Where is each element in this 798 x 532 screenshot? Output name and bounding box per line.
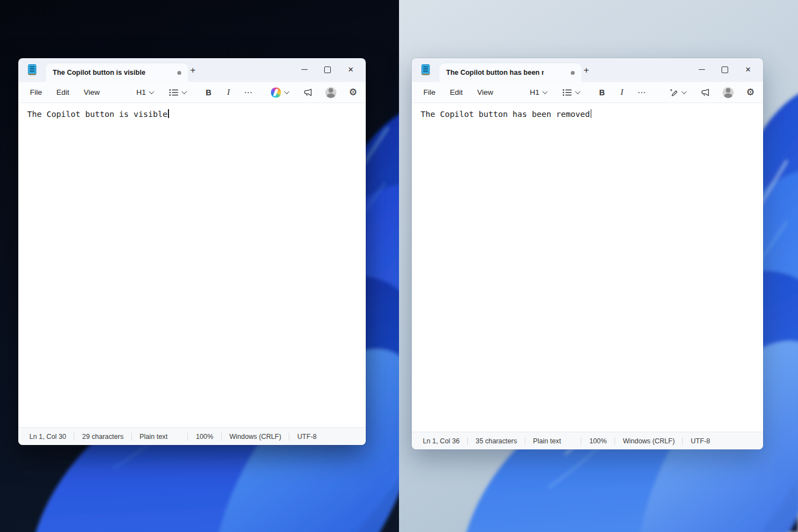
minimize-button[interactable] [293,62,316,77]
maximize-icon [324,66,331,73]
text-editor-area[interactable]: The Copilot button has been removed [412,103,763,432]
list-dropdown[interactable] [165,85,190,100]
gear-icon: ⚙ [746,88,754,97]
status-encoding[interactable]: UTF-8 [289,433,324,441]
chevron-down-icon [543,89,548,94]
close-button[interactable]: ✕ [339,62,362,77]
maximize-button[interactable] [713,62,736,77]
bold-icon: B [206,88,211,97]
document-text: The Copilot button has been removed [421,110,590,119]
notepad-app-icon [27,64,38,76]
status-encoding[interactable]: UTF-8 [683,437,718,445]
more-ellipsis-icon: ⋯ [637,88,646,98]
status-zoom-level[interactable]: 100% [188,433,221,441]
chevron-down-icon [182,89,187,94]
italic-button[interactable]: I [613,85,630,100]
account-avatar [723,87,734,98]
status-document-type: Plain text [525,437,569,445]
bullet-list-icon [169,89,178,96]
heading-style-label: H1 [136,88,146,96]
chevron-down-icon [149,89,155,94]
heading-style-dropdown[interactable]: H1 [132,85,157,100]
tab-title: The Copilot button is visible [53,69,145,76]
status-character-count: 35 characters [468,437,525,445]
desktop: The Copilot button is visible + ✕ File E… [0,0,798,532]
account-avatar [325,87,336,98]
menu-view[interactable]: View [76,85,107,100]
bullet-list-icon [562,89,572,96]
toolbar-right-cluster: ⚙ [267,85,361,100]
rewrite-pen-sparkle-icon [669,88,678,97]
copilot-dropdown-button[interactable] [267,85,293,100]
window-controls: ✕ [690,62,760,77]
notepad-window-left: The Copilot button is visible + ✕ File E… [18,58,366,445]
minimize-icon [699,69,705,70]
settings-button[interactable]: ⚙ [345,85,361,100]
italic-button[interactable]: I [220,85,237,100]
menu-toolbar: File Edit View H1 B I ⋯ [18,82,366,103]
close-icon: ✕ [348,66,354,73]
chevron-down-icon [284,89,290,94]
new-tab-button[interactable]: + [185,63,201,78]
menu-file[interactable]: File [23,85,49,100]
list-dropdown[interactable] [559,85,584,100]
close-button[interactable]: ✕ [736,62,760,77]
megaphone-icon [303,88,313,97]
window-controls: ✕ [293,62,362,77]
text-caret [168,109,169,118]
status-bar: Ln 1, Col 36 35 characters Plain text 10… [412,432,763,449]
text-caret [591,109,592,118]
notepad-window-right: The Copilot button has been remov + ✕ Fi… [412,58,763,449]
titlebar[interactable]: The Copilot button has been remov + ✕ [412,58,763,82]
notepad-app-icon [420,64,431,76]
copilot-icon [271,88,281,98]
document-text: The Copilot button is visible [27,110,167,119]
titlebar[interactable]: The Copilot button is visible + ✕ [18,58,366,82]
settings-button[interactable]: ⚙ [742,85,759,100]
minimize-icon [301,69,308,70]
more-ellipsis-icon: ⋯ [244,88,253,98]
account-button[interactable] [719,85,738,100]
rewrite-dropdown-button[interactable] [665,85,690,100]
menu-toolbar: File Edit View H1 B I ⋯ [412,82,763,103]
menu-edit[interactable]: Edit [443,85,470,100]
status-line-ending[interactable]: Windows (CRLF) [222,433,289,441]
status-zoom-level[interactable]: 100% [581,437,614,445]
announcements-button[interactable] [299,85,317,100]
tab-current-document[interactable]: The Copilot button is visible [46,63,188,82]
status-cursor-position: Ln 1, Col 36 [415,437,467,445]
account-button[interactable] [321,85,340,100]
toolbar-right-cluster: ⚙ [665,85,759,100]
maximize-button[interactable] [316,62,339,77]
status-bar: Ln 1, Col 30 29 characters Plain text 10… [18,427,366,445]
menu-edit[interactable]: Edit [49,85,76,100]
status-character-count: 29 characters [74,433,131,441]
menu-file[interactable]: File [416,85,443,100]
status-document-type: Plain text [132,433,176,441]
chevron-down-icon [575,89,581,94]
bold-button[interactable]: B [200,85,217,100]
unsaved-indicator-dot [571,71,575,75]
status-cursor-position: Ln 1, Col 30 [22,433,74,441]
megaphone-icon [700,88,710,97]
new-tab-button[interactable]: + [578,63,595,78]
unsaved-indicator-dot [177,71,181,75]
heading-style-label: H1 [530,88,539,96]
maximize-icon [722,66,728,73]
more-formatting-button[interactable]: ⋯ [633,85,650,100]
more-formatting-button[interactable]: ⋯ [240,85,257,100]
bold-button[interactable]: B [594,85,610,100]
tab-title: The Copilot button has been remov [446,69,544,76]
text-editor-area[interactable]: The Copilot button is visible [18,103,366,427]
tab-current-document[interactable]: The Copilot button has been remov [439,63,581,82]
chevron-down-icon [682,89,687,94]
minimize-button[interactable] [690,62,713,77]
status-line-ending[interactable]: Windows (CRLF) [615,437,683,445]
close-icon: ✕ [745,66,751,73]
heading-style-dropdown[interactable]: H1 [526,85,551,100]
gear-icon: ⚙ [349,88,357,97]
menu-view[interactable]: View [470,85,500,100]
italic-icon: I [227,88,230,97]
bold-icon: B [599,88,605,97]
announcements-button[interactable] [697,85,714,100]
